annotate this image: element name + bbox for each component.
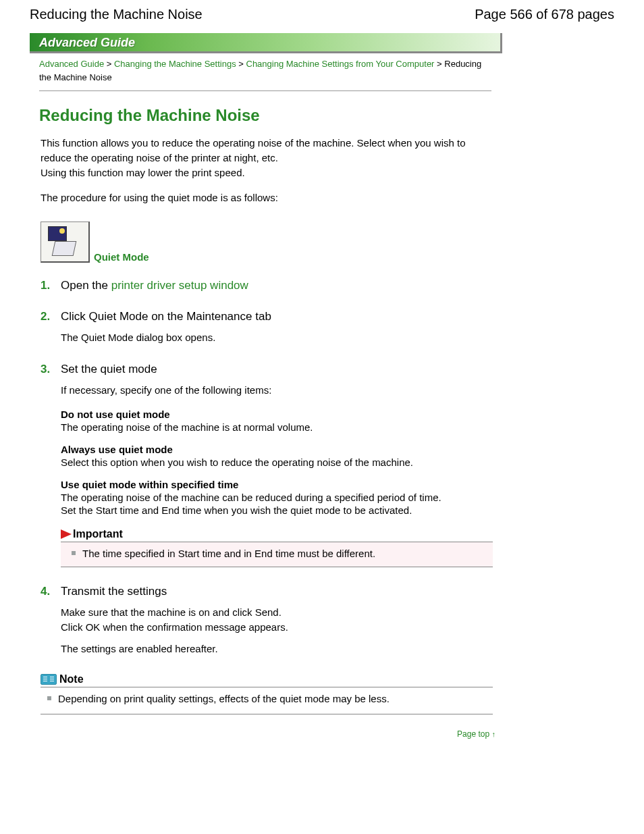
step-2: Click Quiet Mode on the Maintenance tab … [41,310,493,345]
important-callout: Important The time specified in Start ti… [61,528,493,568]
breadcrumb-link-from-computer[interactable]: Changing Machine Settings from Your Comp… [246,59,435,69]
note-item: Depending on print quality settings, eff… [41,692,493,707]
important-item: The time specified in Start time and in … [65,546,489,562]
breadcrumb-link-changing-settings[interactable]: Changing the Machine Settings [114,59,236,69]
breadcrumb: Advanced Guide > Changing the Machine Se… [39,57,491,91]
step-3-title: Set the quiet mode [61,363,157,375]
page-title: Reducing the Machine Noise [39,106,644,125]
page-top-label: Page top [457,729,489,739]
breadcrumb-sep: > [437,59,444,69]
step-3: Set the quiet mode If necessary, specify… [41,363,493,567]
option-1-desc: The operating noise of the machine is at… [61,421,493,433]
step-4: Transmit the settings Make sure that the… [41,585,493,656]
step-2-title: Click Quiet Mode on the Maintenance tab [61,310,271,323]
step-1-title-pre: Open the [61,279,111,292]
printer-icon [52,241,77,256]
section-banner: Advanced Guide [30,33,502,53]
page-indicator: Page 566 of 678 pages [475,7,614,22]
book-icon [41,674,57,685]
steps-list: Open the printer driver setup window Cli… [41,279,493,656]
printer-driver-setup-link[interactable]: printer driver setup window [111,279,248,292]
flag-icon [61,529,72,539]
option-3-title: Use quiet mode within specified time [61,479,493,490]
step-4-title: Transmit the settings [61,585,167,598]
moon-icon [48,226,67,241]
quiet-mode-icon [41,221,90,263]
page-header: Reducing the Machine Noise Page 566 of 6… [0,0,644,28]
up-arrow-icon: ↑ [492,730,496,738]
doc-title: Reducing the Machine Noise [30,7,203,22]
step-3-body: If necessary, specify one of the followi… [61,383,493,398]
quiet-mode-icon-row: Quiet Mode [41,221,644,263]
option-3-desc: The operating noise of the machine can b… [61,492,493,503]
step-1: Open the printer driver setup window [41,279,493,292]
intro-text: This function allows you to reduce the o… [41,136,486,205]
intro-line3: The procedure for using the quiet mode i… [41,190,486,205]
note-callout: Note Depending on print quality settings… [41,673,493,714]
intro-line1: This function allows you to reduce the o… [41,137,466,163]
option-2-desc: Select this option when you wish to redu… [61,457,493,468]
breadcrumb-sep: > [107,59,114,69]
breadcrumb-sep: > [238,59,246,69]
option-3-desc2: Set the Start time and End time when you… [61,504,493,516]
step-4-body3: The settings are enabled hereafter. [61,642,493,656]
option-2-title: Always use quiet mode [61,444,493,455]
quiet-mode-label: Quiet Mode [94,251,149,263]
step-4-body2: Click OK when the confirmation message a… [61,621,288,633]
breadcrumb-link-advanced-guide[interactable]: Advanced Guide [39,59,104,69]
page-top-link[interactable]: Page top ↑ [457,729,495,739]
important-heading: Important [73,528,123,540]
note-heading: Note [59,673,84,685]
step-4-body1: Make sure that the machine is on and cli… [61,606,281,618]
option-1-title: Do not use quiet mode [61,409,493,420]
step-2-body: The Quiet Mode dialog box opens. [61,330,493,345]
intro-line2: Using this function may lower the print … [41,167,245,178]
